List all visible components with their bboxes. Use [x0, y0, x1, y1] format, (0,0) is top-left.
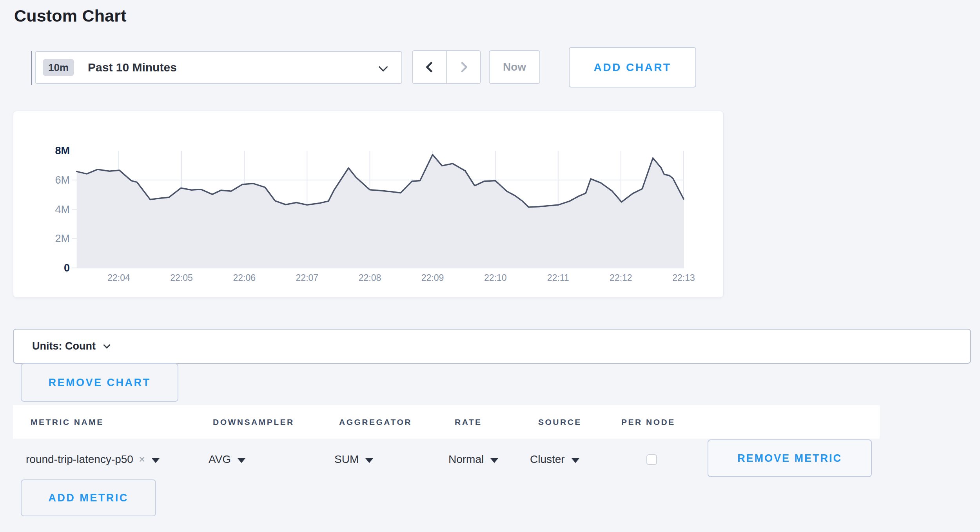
- svg-text:2M: 2M: [55, 233, 70, 244]
- svg-text:22:13: 22:13: [672, 273, 695, 283]
- metric-name-dropdown[interactable]: round-trip-latency-p50 ×: [26, 450, 160, 469]
- header-aggregator: AGGREGATOR: [339, 417, 412, 427]
- caret-down-icon: [365, 458, 373, 463]
- downsampler-value: AVG: [209, 453, 231, 466]
- svg-text:22:10: 22:10: [484, 273, 507, 283]
- time-range-select[interactable]: 10m Past 10 Minutes: [35, 51, 402, 84]
- chevron-left-icon: [425, 62, 436, 73]
- svg-text:22:04: 22:04: [107, 273, 130, 283]
- downsampler-dropdown[interactable]: AVG: [209, 450, 245, 469]
- header-rate: RATE: [455, 417, 482, 427]
- rate-value: Normal: [448, 453, 484, 466]
- custom-chart-page: Custom Chart 10m Past 10 Minutes Now ADD…: [0, 0, 980, 532]
- time-nav-group: [412, 50, 481, 84]
- source-dropdown[interactable]: Cluster: [530, 450, 579, 469]
- caret-down-icon: [152, 458, 160, 463]
- svg-text:22:08: 22:08: [359, 273, 381, 283]
- svg-text:22:07: 22:07: [296, 273, 319, 283]
- svg-text:4M: 4M: [55, 204, 70, 215]
- chevron-right-icon: [456, 62, 467, 73]
- header-downsampler: DOWNSAMPLER: [213, 417, 294, 427]
- drag-handle-bar: [31, 51, 32, 85]
- source-value: Cluster: [530, 453, 565, 466]
- caret-down-icon: [490, 458, 498, 463]
- add-chart-button[interactable]: ADD CHART: [569, 47, 696, 87]
- svg-text:6M: 6M: [55, 174, 70, 186]
- units-label: Units: Count: [32, 340, 96, 352]
- remove-chart-button[interactable]: REMOVE CHART: [21, 363, 178, 402]
- per-node-checkbox[interactable]: [646, 454, 657, 465]
- remove-tag-icon[interactable]: ×: [139, 453, 145, 466]
- now-button[interactable]: Now: [489, 50, 540, 84]
- svg-text:22:12: 22:12: [610, 273, 632, 283]
- units-select[interactable]: Units: Count: [13, 329, 971, 364]
- time-range-label: Past 10 Minutes: [88, 61, 177, 74]
- header-per-node: PER NODE: [621, 417, 675, 427]
- chevron-down-icon: [378, 62, 388, 71]
- svg-text:22:05: 22:05: [170, 273, 193, 283]
- header-source: SOURCE: [538, 417, 582, 427]
- chevron-down-icon: [103, 341, 110, 348]
- aggregator-dropdown[interactable]: SUM: [334, 450, 373, 469]
- metric-name-value: round-trip-latency-p50: [26, 453, 133, 466]
- remove-metric-button[interactable]: REMOVE METRIC: [708, 439, 872, 477]
- add-metric-button[interactable]: ADD METRIC: [21, 479, 156, 516]
- metric-table-header: METRIC NAME DOWNSAMPLER AGGREGATOR RATE …: [13, 405, 880, 439]
- prev-time-button[interactable]: [413, 51, 447, 83]
- svg-text:22:11: 22:11: [547, 273, 569, 283]
- chart-card: 02M4M6M8M22:0422:0522:0622:0722:0822:092…: [13, 111, 724, 298]
- time-range-badge: 10m: [43, 59, 74, 76]
- caret-down-icon: [238, 458, 245, 463]
- page-title: Custom Chart: [14, 6, 127, 26]
- caret-down-icon: [572, 458, 579, 463]
- next-time-button[interactable]: [447, 51, 480, 83]
- aggregator-value: SUM: [334, 453, 359, 466]
- svg-text:22:06: 22:06: [233, 273, 256, 283]
- svg-text:8M: 8M: [55, 145, 70, 157]
- svg-text:22:09: 22:09: [421, 273, 444, 283]
- rate-dropdown[interactable]: Normal: [448, 450, 498, 469]
- svg-text:0: 0: [64, 262, 70, 274]
- timeseries-area-chart: 02M4M6M8M22:0422:0522:0622:0722:0822:092…: [13, 111, 723, 299]
- header-metric-name: METRIC NAME: [31, 417, 104, 427]
